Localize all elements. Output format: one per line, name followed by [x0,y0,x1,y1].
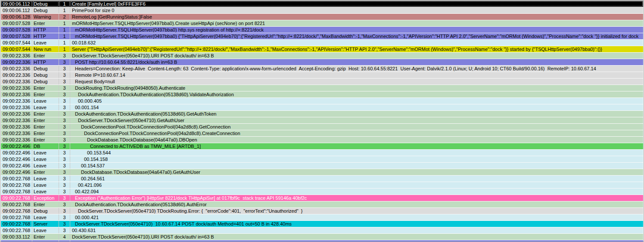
log-row[interactable]: 09:00:22.768Leave300.264.561 [1,176,643,182]
log-row[interactable]: 09:00:22.768Leave300.422.094 [1,189,643,195]
log-level-cell: Enter [32,130,59,136]
log-row[interactable]: 09:00:07.544New run1Server {"THttpApiSer… [1,46,643,53]
log-level-cell: Enter [32,20,59,26]
log-time-cell: 09:00:22.768 [1,221,32,227]
log-level-cell: Leave [32,40,59,46]
log-time-cell: 09:00:22.496 [1,169,32,175]
log-message-cell: DockDatabase.TDockDatabase(04a647a0).Get… [70,169,643,175]
log-row[interactable]: 09:00:22.336HTTP3POST http://10.60.64.55… [1,59,643,66]
log-row[interactable]: 09:00:22.768Server3DockServer.TDockServe… [1,221,643,227]
log-thread-cell: 3 [59,137,70,143]
log-message-cell: DockConnectionPool.TDockConnectionPool(0… [70,130,643,136]
log-thread-cell: 3 [59,143,70,149]
log-row[interactable]: 09:00:22.768Leave300.000.421 [1,214,643,221]
log-thread-cell: 4 [59,234,70,240]
log-level-cell: Enter [32,234,59,240]
log-row[interactable]: 09:00:22.496Leave300.154.537 [1,163,643,169]
log-thread-cell: 1 [59,27,70,33]
log-time-cell [1,240,32,242]
log-level-cell: Debug [32,66,59,72]
log-row[interactable]: 09:00:22.336Enter3DockAuthentication.TDo… [1,111,643,117]
log-time-cell: 09:00:22.768 [1,182,32,188]
log-row[interactable]: 09:00:22.336Leave300.001.154 [1,104,643,111]
log-row[interactable]: 09:00:07.528HTTP1mORMotHttpServer.TSQLHt… [1,33,643,40]
log-message-cell: DockRouting.TDockRouting(04948050).Authe… [70,85,643,91]
log-time-cell: 09:00:07.528 [1,20,32,26]
log-message-cell: 00.001.154 [70,104,643,110]
log-row[interactable]: 09:00:22.336Debug3Remote IP=10.60.67.14 [1,72,643,79]
log-message-cell: Exception ("Authentication Error") [Http… [70,195,643,201]
log-row[interactable]: 09:00:22.496Enter3DockDatabase.TDockData… [1,169,643,176]
log-row[interactable]: 09:00:33.112Enter4DockServer.TDockServer… [1,234,643,240]
log-level-cell: Server [32,221,59,227]
log-row[interactable]: 09:00:07.528HTTP1mORMotHttpServer.TSQLHt… [1,27,643,33]
log-time-cell: 09:00:06.112 [1,1,32,7]
log-message-cell: DockServer.TDockServer(050e4710).URI POS… [70,53,643,59]
log-level-cell: Enter [32,111,59,117]
log-row[interactable]: 09:00:07.528Enter1mORMotHttpServer.TSQLH… [1,20,643,27]
log-row[interactable]: 09:00:06.112Debug1PrimePool for size 0 [1,7,643,14]
log-thread-cell [59,240,70,242]
log-thread-cell: 3 [59,221,70,227]
log-message-cell: Server {"THttpApiServer(0494eb70)":{"Reg… [70,46,643,52]
log-thread-cell: 3 [59,124,70,130]
log-row[interactable]: 09:00:22.496DB3Connected to ACTIVEDB as … [1,143,643,150]
log-level-cell: HTTP [32,33,59,39]
log-message-cell: DockDatabase.TDockDatabase(04a647a0).DBO… [70,137,643,143]
log-time-cell: 09:00:22.336 [1,66,32,72]
log-time-cell: 09:00:22.336 [1,53,32,59]
log-row[interactable]: 09:00:22.496Leave300.154.158 [1,156,643,163]
log-time-cell: 09:00:22.768 [1,189,32,195]
log-time-cell: 09:00:22.768 [1,227,32,233]
log-row[interactable]: 09:00:22.336Leave300.000.405 [1,98,643,104]
log-message-cell: 00.000.421 [70,214,643,220]
log-time-cell: 09:00:22.768 [1,176,32,182]
log-message-cell: Remote IP=10.60.67.14 [70,72,643,78]
log-row[interactable]: 09:00:22.336Debug3Request Body=null [1,79,643,85]
log-time-cell: 09:00:22.496 [1,163,32,169]
log-row[interactable]: 09:00:22.768Enter3DockAuthentication.TDo… [1,201,643,208]
log-thread-cell: 2 [59,14,70,20]
log-row[interactable]: 09:00:22.336Enter3DockServer.TDockServer… [1,53,643,59]
log-message-cell: DockServer.TDockServer(050e4710) TDockRo… [70,208,643,214]
log-row[interactable]: 09:00:22.336Enter3DockConnectionPool.TDo… [1,130,643,137]
log-row[interactable]: 09:00:22.336Enter3DockConnectionPool.TDo… [1,124,643,130]
log-row[interactable]: 09:00:06.128Warning2RemoteLog [GetRunnin… [1,14,643,20]
log-level-cell: Enter [32,201,59,207]
log-time-cell: 09:00:22.336 [1,85,32,91]
log-thread-cell: 3 [59,201,70,207]
log-time-cell: 09:00:07.528 [1,27,32,33]
log-message-cell: 00.421.096 [70,182,643,188]
log-row[interactable]: 09:00:07.544Leave100.018.632 [1,40,643,46]
log-message-cell: RemoteLog [GetRunningStatus:]False [70,14,643,20]
log-level-cell: Debug [32,208,59,214]
log-time-cell: 09:00:22.768 [1,201,32,207]
log-row[interactable]: 09:00:22.496Leave300.153.544 [1,150,643,156]
log-row[interactable]: 09:00:22.768Leave300.421.096 [1,182,643,189]
log-row[interactable]: 09:00:22.768Leave300.430.631 [1,227,643,234]
log-thread-cell: 1 [59,46,70,52]
log-thread-cell: 3 [59,182,70,188]
log-time-cell: 09:00:07.528 [1,33,32,39]
log-grid[interactable]: 09:00:06.112Debug1Create [Family.Level] … [1,1,643,242]
log-row[interactable]: 09:00:22.336Debug3Headers=Connection: Ke… [1,66,643,72]
log-message-cell: POST http://10.60.64.55:8221/dock/auth i… [70,59,643,65]
log-thread-cell: 1 [59,7,70,13]
log-row[interactable]: 09:00:22.336Enter3DockServer.TDockServer… [1,117,643,124]
log-row[interactable]: 09:00:06.112Debug1Create [Family.Level] … [1,1,643,7]
log-level-cell: HTTP [32,27,59,33]
log-thread-cell: 3 [59,169,70,175]
log-message-cell: mORMotHttpServer.TSQLHttpServer(0497bba0… [70,20,643,26]
log-row[interactable]: 09:00:22.336Enter3DockDatabase.TDockData… [1,137,643,143]
log-row[interactable]: 09:00:22.768Debug3DockServer.TDockServer… [1,208,643,214]
log-row[interactable]: 09:00:22.768Exception3Exception ("Authen… [1,195,643,201]
log-level-cell: New run [32,46,59,52]
log-level-cell: HTTP [32,240,59,242]
log-thread-cell: 3 [59,176,70,182]
log-level-cell: Debug [32,79,59,85]
log-row[interactable]: 09:00:22.336Enter3DockRouting.TDockRouti… [1,85,643,91]
log-row[interactable]: HTTP [1,240,643,242]
log-level-cell: Debug [32,7,59,13]
log-row[interactable]: 09:00:22.336Enter3DockAuthentication.TDo… [1,91,643,98]
log-level-cell: Leave [32,189,59,195]
